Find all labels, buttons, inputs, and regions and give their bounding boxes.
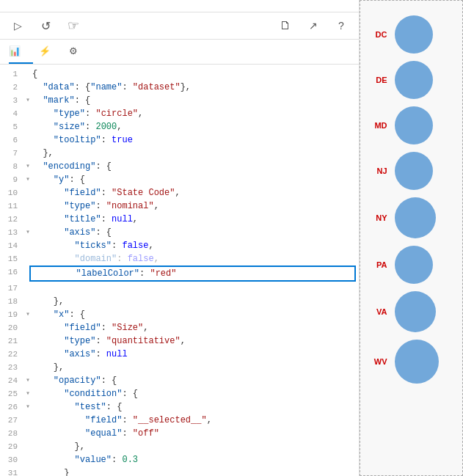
line-number: 3: [3, 94, 23, 107]
code-line-6[interactable]: 6 "tooltip": true: [0, 133, 359, 147]
fold-icon[interactable]: ▾: [23, 173, 32, 186]
line-number: 6: [3, 133, 23, 147]
code-line-30[interactable]: 30 "value": 0.3: [0, 453, 359, 466]
fold-icon[interactable]: ▾: [23, 387, 32, 400]
line-number: 25: [3, 387, 23, 400]
state-label: MD: [371, 121, 387, 130]
code-line-28[interactable]: 28 "equal": "off": [0, 427, 359, 440]
code-line-27[interactable]: 27 "field": "__selected__",: [0, 414, 359, 427]
fold-icon[interactable]: ▾: [23, 374, 32, 387]
code-line-29[interactable]: 29 },: [0, 440, 359, 453]
state-label: PA: [371, 260, 387, 269]
chart-row: DE: [371, 61, 452, 99]
line-number: 1: [3, 67, 23, 81]
code-line-14[interactable]: 14 "ticks": false,: [0, 239, 359, 252]
data-bubble: [395, 152, 433, 190]
line-content: "mark": {: [32, 94, 356, 107]
export-icon[interactable]: ↗: [305, 17, 322, 34]
code-line-11[interactable]: 11 "type": "nominal",: [0, 199, 359, 213]
line-content: "ticks": false,: [32, 239, 356, 252]
fold-icon[interactable]: ▾: [23, 160, 32, 173]
line-number: 17: [3, 282, 23, 295]
fold-icon[interactable]: ▾: [23, 226, 32, 239]
line-number: 8: [3, 160, 23, 173]
code-line-15[interactable]: 15 "domain": false,: [0, 252, 359, 266]
state-label: NJ: [371, 166, 387, 175]
code-line-21[interactable]: 21 "type": "quantitative",: [0, 334, 359, 348]
data-bubble: [395, 197, 436, 238]
left-panel: ▷ ↺ ☞ 🗋 ↗ ? 📊 ⚡ ⚙ 1{2 "data": {"name": "…: [0, 0, 360, 476]
line-content: "title": null,: [32, 213, 356, 226]
line-number: 12: [3, 213, 23, 226]
line-content: },: [32, 440, 356, 453]
line-number: 29: [3, 440, 23, 453]
line-content: "type": "quantitative",: [32, 334, 356, 348]
data-bubble: [395, 106, 433, 144]
chart-row: DC: [371, 15, 452, 54]
code-line-18[interactable]: 18 },: [0, 295, 359, 308]
data-bubble: [395, 15, 433, 54]
line-number: 31: [3, 466, 23, 476]
fold-icon[interactable]: ▾: [23, 308, 32, 321]
help-icon[interactable]: ?: [332, 17, 350, 34]
fold-icon[interactable]: ▾: [23, 94, 32, 107]
code-line-7[interactable]: 7 },: [0, 147, 359, 160]
line-number: 27: [3, 414, 23, 427]
line-number: 16: [3, 266, 23, 279]
code-line-13[interactable]: 13▾ "axis": {: [0, 226, 359, 239]
code-line-10[interactable]: 10 "field": "State Code",: [0, 186, 359, 199]
line-number: 26: [3, 400, 23, 414]
fold-icon[interactable]: ▾: [23, 400, 32, 414]
line-number: 22: [3, 348, 23, 361]
line-content: "data": {"name": "dataset"},: [32, 81, 356, 94]
play-icon[interactable]: ▷: [9, 17, 26, 34]
code-line-22[interactable]: 22 "axis": null: [0, 348, 359, 361]
line-number: 19: [3, 308, 23, 321]
code-editor[interactable]: 1{2 "data": {"name": "dataset"},3▾ "mark…: [0, 65, 359, 476]
code-line-19[interactable]: 19▾ "x": {: [0, 308, 359, 321]
state-label: DC: [371, 30, 387, 39]
file-icon[interactable]: 🗋: [277, 17, 294, 34]
tab-settings[interactable]: ⚙: [69, 40, 90, 64]
state-label: NY: [371, 213, 387, 222]
line-content: "condition": {: [32, 387, 356, 400]
code-line-5[interactable]: 5 "size": 2000,: [0, 120, 359, 133]
code-line-2[interactable]: 2 "data": {"name": "dataset"},: [0, 81, 359, 94]
toolbar-right: 🗋 ↗ ?: [277, 17, 350, 34]
line-content: },: [32, 295, 356, 308]
code-line-8[interactable]: 8▾ "encoding": {: [0, 160, 359, 173]
line-content: "value": 0.3: [32, 453, 356, 466]
tab-specification[interactable]: 📊: [9, 40, 33, 64]
code-line-12[interactable]: 12 "title": null,: [0, 213, 359, 226]
code-line-26[interactable]: 26▾ "test": {: [0, 400, 359, 414]
line-number: 4: [3, 107, 23, 120]
line-content: "axis": null: [32, 348, 356, 361]
cursor-icon[interactable]: ☞: [65, 17, 82, 34]
chart-row: WV: [371, 340, 452, 384]
code-line-1[interactable]: 1{: [0, 67, 359, 81]
line-content: "x": {: [32, 308, 356, 321]
line-number: 11: [3, 199, 23, 213]
line-content: "opacity": {: [32, 374, 356, 387]
code-line-31[interactable]: 31 }: [0, 466, 359, 476]
code-line-3[interactable]: 3▾ "mark": {: [0, 94, 359, 107]
code-line-20[interactable]: 20 "field": "Size",: [0, 321, 359, 334]
state-label: VA: [371, 307, 387, 316]
line-number: 23: [3, 361, 23, 374]
code-line-17[interactable]: 17: [0, 282, 359, 295]
line-content: "labelColor": "red": [29, 266, 356, 282]
code-line-9[interactable]: 9▾ "y": {: [0, 173, 359, 186]
chart-row: PA: [371, 246, 452, 284]
line-content: "tooltip": true: [32, 133, 356, 147]
chart-row: NY: [371, 197, 452, 238]
line-number: 9: [3, 173, 23, 186]
refresh-icon[interactable]: ↺: [37, 17, 54, 34]
code-line-24[interactable]: 24▾ "opacity": {: [0, 374, 359, 387]
code-line-25[interactable]: 25▾ "condition": {: [0, 387, 359, 400]
code-line-16[interactable]: 16 "labelColor": "red": [0, 266, 359, 282]
code-line-4[interactable]: 4 "type": "circle",: [0, 107, 359, 120]
line-number: 24: [3, 374, 23, 387]
line-content: },: [32, 361, 356, 374]
tab-config[interactable]: ⚡: [39, 40, 63, 64]
code-line-23[interactable]: 23 },: [0, 361, 359, 374]
